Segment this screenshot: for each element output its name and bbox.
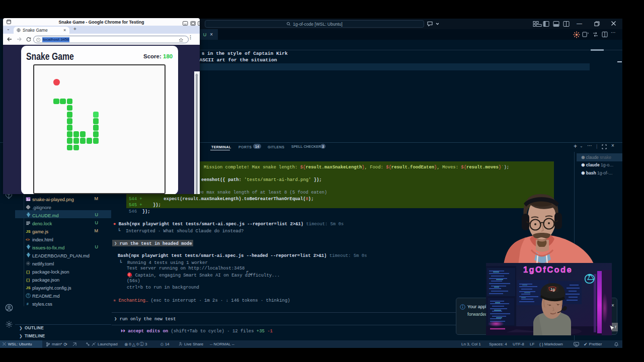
svg-text:1gOfCode: 1gOfCode [523, 265, 573, 274]
svg-text:1g: 1g [550, 287, 555, 292]
svg-text:#: # [27, 302, 29, 306]
svg-text:JS: JS [26, 286, 31, 290]
svg-text:{}: {} [26, 270, 30, 274]
svg-text:<>: <> [26, 238, 30, 241]
svg-text:{}: {} [26, 278, 30, 282]
svg-text:JS: JS [26, 229, 31, 234]
